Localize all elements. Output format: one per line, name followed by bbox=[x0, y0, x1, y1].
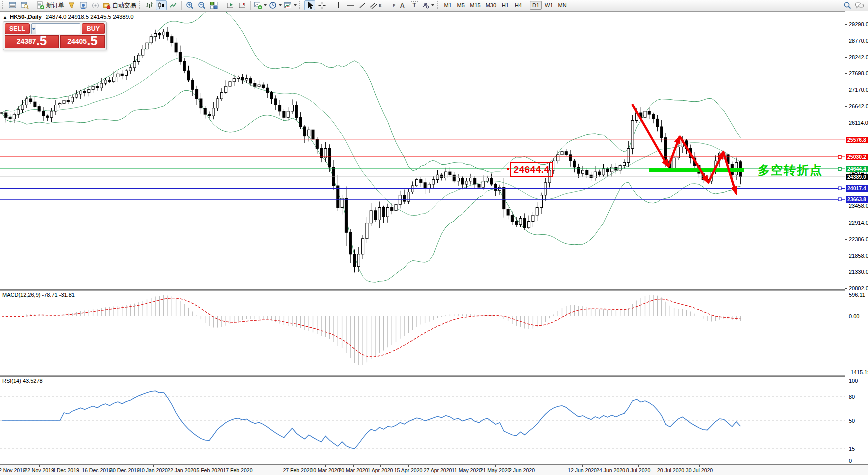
toolbar-drag-handle[interactable] bbox=[139, 1, 142, 9]
trendline-tool[interactable] bbox=[357, 0, 368, 10]
date-tick-label: 17 Feb 2020 bbox=[223, 467, 253, 473]
timeframe-button-M15[interactable]: M15 bbox=[468, 1, 482, 10]
clock-icon bbox=[269, 1, 277, 10]
price-axis-tick bbox=[845, 239, 847, 240]
timeframe-button-M5[interactable]: M5 bbox=[455, 1, 467, 10]
cursor-icon bbox=[306, 1, 314, 9]
fibonacci-tool[interactable]: F bbox=[383, 0, 396, 10]
date-tick-label: 21 May 2020 bbox=[480, 467, 511, 473]
price-level-label: 24644.4 bbox=[846, 166, 868, 172]
market-watch-button[interactable] bbox=[7, 0, 18, 10]
horizontal-line-tool[interactable] bbox=[345, 0, 356, 10]
price-axis-tick bbox=[845, 206, 847, 206]
timeframe-button-H4[interactable]: H4 bbox=[512, 1, 524, 10]
date-tick-label: 27 Feb 2020 bbox=[283, 467, 313, 473]
templates-button[interactable] bbox=[283, 0, 297, 10]
timeframe-button-M1[interactable]: M1 bbox=[442, 1, 454, 10]
vertical-line-tool[interactable] bbox=[333, 0, 344, 10]
symbol-name: HK50-,Daily bbox=[10, 14, 42, 20]
price-tick-label: 23458.0 bbox=[849, 203, 868, 209]
volume-decrease-button[interactable] bbox=[32, 24, 36, 34]
line-endpoint-marker[interactable] bbox=[838, 167, 841, 170]
sell-price-display[interactable]: 24387.5 bbox=[5, 35, 59, 48]
terminal-button[interactable] bbox=[78, 0, 89, 10]
price-level-label: 25576.8 bbox=[846, 137, 868, 143]
timeframe-button-MN[interactable]: MN bbox=[556, 1, 569, 10]
line-endpoint-marker[interactable] bbox=[838, 198, 841, 201]
text-label-tool[interactable]: T bbox=[409, 0, 420, 10]
turning-point-annotation[interactable]: 多空转折点 bbox=[758, 162, 823, 178]
macd-scale-label: 596.11 bbox=[849, 292, 865, 298]
price-axis-tick bbox=[845, 106, 847, 107]
date-axis-tick bbox=[238, 465, 238, 467]
price-axis[interactable]: 29298.028770.028242.027698.027170.026642… bbox=[845, 11, 868, 464]
toolbar-drag-handle[interactable] bbox=[2, 1, 5, 9]
periods-button[interactable] bbox=[268, 0, 282, 10]
new-order-button[interactable]: 新订单 bbox=[36, 0, 65, 10]
equidistant-channel-tool[interactable]: E bbox=[369, 0, 382, 10]
search-button[interactable] bbox=[842, 0, 853, 10]
price-tick-label: 20802.0 bbox=[849, 285, 868, 291]
candlestick-chart-button[interactable] bbox=[156, 0, 167, 10]
volume-input[interactable] bbox=[36, 24, 80, 34]
history-center-button[interactable] bbox=[66, 0, 77, 10]
rsi-scale-label: 80 bbox=[849, 394, 855, 400]
tile-windows-button[interactable] bbox=[208, 0, 219, 10]
timeframe-button-M30[interactable]: M30 bbox=[484, 1, 498, 10]
line-endpoint-marker[interactable] bbox=[838, 187, 841, 190]
one-click-trading-panel: SELL BUY 24387.5 24405.5 bbox=[3, 21, 107, 50]
line-endpoint-marker[interactable] bbox=[838, 155, 841, 158]
tile-windows-icon bbox=[210, 1, 218, 10]
date-tick-label: 12 Jun 2020 bbox=[568, 467, 597, 473]
zoom-in-button[interactable] bbox=[184, 0, 195, 10]
auto-trading-button[interactable]: 自动交易 bbox=[102, 0, 137, 10]
sell-price-pip: .5 bbox=[36, 34, 47, 47]
line-chart-button[interactable] bbox=[168, 0, 179, 10]
arrows-tool[interactable] bbox=[421, 0, 435, 10]
text-tool[interactable]: A bbox=[397, 0, 408, 10]
date-tick-label: 12 Nov 2019 bbox=[0, 467, 26, 473]
timeframe-toolbar: M1M5M15M30H1H4D1W1MN bbox=[441, 1, 569, 10]
auto-scroll-button[interactable] bbox=[225, 0, 236, 10]
trendline-icon bbox=[358, 1, 367, 9]
chart-shift-button[interactable] bbox=[237, 0, 248, 10]
date-axis-tick bbox=[11, 465, 11, 467]
date-axis-tick bbox=[467, 465, 467, 467]
price-tick-label: 22386.0 bbox=[849, 236, 868, 242]
signals-button[interactable] bbox=[90, 0, 101, 10]
zoom-out-button[interactable] bbox=[196, 0, 207, 10]
price-axis-tick bbox=[845, 123, 847, 123]
crosshair-button[interactable] bbox=[316, 0, 327, 10]
timeframe-button-D1[interactable]: D1 bbox=[530, 1, 542, 10]
date-axis[interactable]: 12 Nov 201922 Nov 20194 Dec 201916 Dec 2… bbox=[0, 465, 868, 475]
auto-scroll-icon bbox=[226, 1, 235, 10]
date-tick-label: 4 Dec 2019 bbox=[52, 467, 79, 473]
cursor-button[interactable] bbox=[304, 0, 315, 10]
chat-button[interactable] bbox=[854, 0, 865, 10]
data-window-button[interactable] bbox=[19, 0, 30, 10]
rsi-legend: RSI(14) 43.5278 bbox=[2, 378, 43, 384]
chevron-down-icon bbox=[431, 4, 434, 6]
sell-button[interactable]: SELL bbox=[5, 23, 30, 34]
collapse-arrow-icon[interactable]: ▲ bbox=[3, 15, 7, 20]
timeframe-button-W1[interactable]: W1 bbox=[543, 1, 555, 10]
auto-trading-label: 自动交易 bbox=[112, 1, 136, 10]
ohlc-values: 24874.0 24918.5 24145.5 24389.0 bbox=[46, 14, 134, 20]
horizontal-line-icon bbox=[346, 1, 355, 9]
date-tick-label: 1 Apr 2020 bbox=[368, 467, 393, 473]
price-level-label: 25030.2 bbox=[846, 154, 868, 160]
bar-chart-button[interactable] bbox=[144, 0, 155, 10]
search-icon bbox=[843, 1, 852, 10]
date-axis-tick bbox=[611, 465, 611, 467]
date-axis-tick bbox=[522, 465, 522, 467]
buy-button[interactable]: BUY bbox=[82, 23, 105, 34]
timeframe-button-H1[interactable]: H1 bbox=[499, 1, 511, 10]
chart-plot-area[interactable] bbox=[0, 0, 868, 475]
add-indicator-button[interactable] bbox=[253, 0, 267, 10]
toolbar-drag-handle[interactable] bbox=[437, 1, 440, 9]
callout-anchor-marker[interactable] bbox=[507, 168, 509, 170]
buy-price-display[interactable]: 24405.5 bbox=[60, 35, 105, 48]
rsi-scale-label: 100 bbox=[849, 378, 858, 384]
toolbar-drag-handle[interactable] bbox=[299, 1, 302, 9]
price-callout-label[interactable]: 24644.4 bbox=[510, 162, 553, 177]
